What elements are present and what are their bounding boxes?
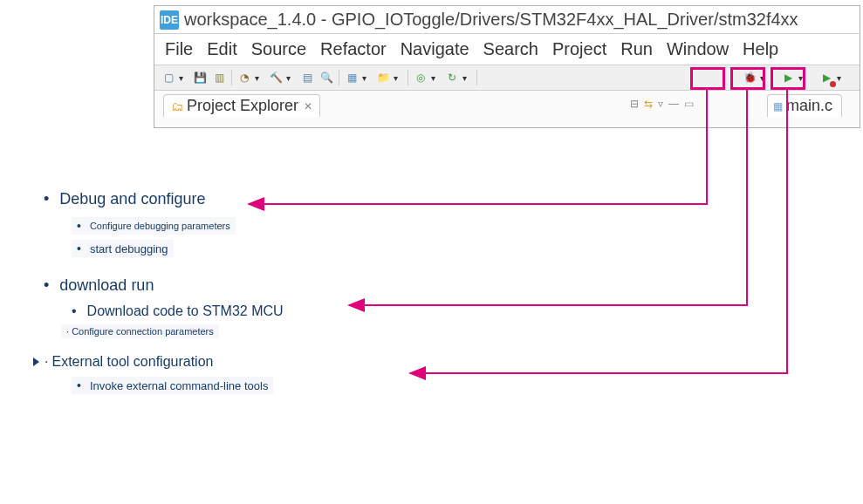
- menu-search[interactable]: Search: [483, 39, 538, 59]
- annotation-debug-item-2: start debugging: [72, 240, 174, 257]
- dropdown-icon[interactable]: ▾: [255, 73, 265, 83]
- dropdown-icon[interactable]: ▾: [362, 73, 373, 83]
- ide-logo-icon: IDE: [160, 10, 179, 30]
- binary-icon[interactable]: ▤: [298, 69, 316, 86]
- menu-window[interactable]: Window: [667, 39, 729, 59]
- dropdown-icon[interactable]: ▾: [179, 73, 189, 83]
- annotation-external-title: · External tool configuration: [33, 354, 393, 370]
- collapse-icon[interactable]: ⊟: [630, 98, 639, 110]
- annotation-debug-item-1: Configure debugging parameters: [72, 217, 236, 235]
- annotation-list: Debug and configure Configure debugging …: [26, 183, 393, 399]
- link-icon[interactable]: ⇆: [644, 98, 653, 110]
- minimize-icon[interactable]: —: [668, 98, 679, 110]
- target-icon[interactable]: ◎: [412, 69, 429, 86]
- triangle-bullet-icon: [33, 358, 39, 366]
- project-explorer-tab[interactable]: 🗂 Project Explorer ✕: [163, 94, 320, 117]
- menu-source[interactable]: Source: [251, 39, 306, 59]
- debug-bug-icon[interactable]: 🐞: [741, 69, 758, 86]
- dropdown-icon[interactable]: ▾: [798, 73, 809, 83]
- chip-icon[interactable]: ▦: [343, 69, 360, 86]
- dropdown-icon[interactable]: ▾: [394, 73, 404, 83]
- maximize-icon[interactable]: ▭: [684, 98, 694, 110]
- folder-tree-icon: 🗂: [171, 99, 183, 113]
- editor-tab-label: main.c: [786, 97, 832, 115]
- project-explorer-row: 🗂 Project Explorer ✕ ⊟ ⇆ ▿ — ▭ ▦ main.c: [154, 91, 860, 120]
- menu-help[interactable]: Help: [743, 39, 778, 59]
- menu-edit[interactable]: Edit: [207, 39, 236, 59]
- tab-close-icon[interactable]: ✕: [304, 100, 312, 112]
- project-explorer-label: Project Explorer: [187, 97, 298, 115]
- separator: [408, 70, 408, 85]
- build-hammer-icon[interactable]: 🔨: [267, 69, 284, 86]
- search-icon[interactable]: 🔍: [318, 69, 335, 86]
- dropdown-icon[interactable]: ▾: [837, 73, 847, 83]
- new-icon[interactable]: ▢: [160, 69, 177, 86]
- menu-bar: File Edit Source Refactor Navigate Searc…: [154, 34, 860, 65]
- view-menu-icon[interactable]: ▿: [658, 98, 663, 110]
- dropdown-icon[interactable]: ▾: [431, 73, 442, 83]
- dropdown-icon[interactable]: ▾: [462, 73, 473, 83]
- view-mini-icons: ⊟ ⇆ ▿ — ▭: [630, 98, 694, 110]
- separator: [476, 70, 477, 85]
- window-title: workspace_1.4.0 - GPIO_IOToggle/Drivers/…: [184, 10, 798, 30]
- ide-window: IDE workspace_1.4.0 - GPIO_IOToggle/Driv…: [154, 5, 860, 128]
- dropdown-icon[interactable]: ▾: [760, 73, 771, 83]
- menu-file[interactable]: File: [165, 39, 193, 59]
- separator: [231, 70, 232, 85]
- callout-highlight-debug: [690, 67, 725, 90]
- run-play-icon[interactable]: ▶: [779, 69, 797, 86]
- external-tools-icon[interactable]: ▶: [818, 69, 835, 86]
- annotation-debug-title: Debug and configure: [44, 190, 393, 208]
- annotation-download-title: download run: [44, 276, 393, 295]
- toolbar: ▢ ▾ 💾 ▥ ◔ ▾ 🔨 ▾ ▤ 🔍 ▦ ▾ 📁 ▾ ◎ ▾ ↻ ▾ 🐞 ▾ …: [154, 65, 860, 91]
- menu-project[interactable]: Project: [552, 39, 606, 59]
- save-all-icon[interactable]: ▥: [210, 69, 228, 86]
- annotation-download-sub1: Download code to STM32 MCU: [72, 303, 393, 319]
- title-bar: IDE workspace_1.4.0 - GPIO_IOToggle/Driv…: [154, 6, 860, 34]
- c-file-icon: ▦: [773, 100, 783, 112]
- menu-navigate[interactable]: Navigate: [401, 39, 469, 59]
- separator: [339, 70, 339, 85]
- menu-refactor[interactable]: Refactor: [320, 39, 387, 59]
- editor-tab-main[interactable]: ▦ main.c: [767, 94, 842, 117]
- refresh-icon[interactable]: ↻: [443, 69, 461, 86]
- annotation-download-sub2: Configure connection parameters: [61, 324, 219, 338]
- folder-icon[interactable]: 📁: [374, 69, 392, 86]
- save-icon[interactable]: 💾: [191, 69, 209, 86]
- menu-run[interactable]: Run: [620, 39, 653, 59]
- clock-icon[interactable]: ◔: [236, 69, 253, 86]
- annotation-external-item-1: Invoke external command-line tools: [72, 377, 273, 394]
- dropdown-icon[interactable]: ▾: [286, 73, 297, 83]
